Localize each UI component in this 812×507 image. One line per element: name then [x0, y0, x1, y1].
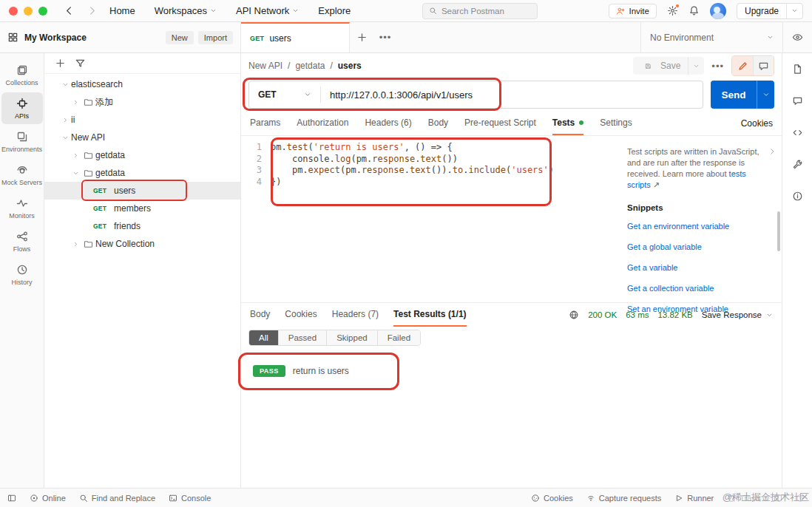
breadcrumb-getdata[interactable]: getdata: [295, 61, 325, 71]
cookies-link[interactable]: Cookies: [741, 118, 773, 129]
tree-item-ii[interactable]: ii: [44, 111, 240, 129]
save-button[interactable]: Save: [633, 57, 704, 75]
code-line[interactable]: 2 console.log(pm.response.text()): [241, 154, 623, 166]
url-input[interactable]: http://127.0.0.1:3006/api/v1/users: [321, 89, 481, 101]
request-tab-users[interactable]: GET users: [241, 22, 350, 52]
statusbar-help[interactable]: [796, 494, 805, 503]
tab-tests[interactable]: Tests: [552, 111, 583, 135]
avatar[interactable]: [710, 3, 726, 19]
import-button[interactable]: Import: [198, 31, 233, 44]
tree-request-friends[interactable]: GETfriends: [44, 217, 240, 235]
snippet-get-an-environment-variable[interactable]: Get an environment variable: [627, 221, 770, 232]
rail-item-collections[interactable]: Collections: [1, 59, 43, 91]
breadcrumb-new-api[interactable]: New API: [248, 61, 282, 71]
tab-options-more-icon[interactable]: •••: [373, 22, 397, 52]
tree-request-users[interactable]: GETusers: [44, 182, 240, 200]
tree-item-添加[interactable]: 添加: [44, 93, 240, 111]
statusbar-runner[interactable]: Runner: [674, 494, 714, 503]
tree-item-getdata[interactable]: getdata: [44, 164, 240, 182]
environment-selector[interactable]: No Environment: [641, 22, 782, 52]
network-globe-icon[interactable]: [569, 310, 579, 320]
save-chevron-down-icon[interactable]: [688, 63, 704, 69]
upgrade-chevron-down-icon[interactable]: [787, 7, 802, 14]
code-line[interactable]: 4}): [241, 177, 623, 188]
filter-failed[interactable]: Failed: [378, 330, 420, 345]
response-tab-body[interactable]: Body: [250, 303, 270, 327]
upgrade-button[interactable]: Upgrade: [737, 3, 803, 19]
rail-item-mock-servers[interactable]: Mock Servers: [1, 159, 43, 191]
forward-icon[interactable]: [87, 5, 98, 16]
statusbar-online[interactable]: Online: [30, 494, 66, 503]
statusbar-split-pane[interactable]: [774, 494, 782, 503]
new-tab-plus-icon[interactable]: [350, 22, 373, 52]
method-selector[interactable]: GET: [249, 89, 320, 100]
comments-icon[interactable]: [792, 95, 803, 106]
rail-item-monitors[interactable]: Monitors: [1, 192, 43, 224]
tab-pre-request-script[interactable]: Pre-request Script: [464, 111, 536, 135]
snippet-get-a-collection-variable[interactable]: Get a collection variable: [627, 283, 770, 294]
statusbar-sidebar-toggle[interactable]: [7, 494, 16, 503]
nav-item-api-network[interactable]: API Network: [236, 5, 299, 16]
nav-item-explore[interactable]: Explore: [318, 5, 351, 16]
pencil-edit-icon[interactable]: [732, 56, 753, 75]
nav-item-home[interactable]: Home: [109, 5, 135, 16]
code-editor[interactable]: 1pm.test('return is users', () => {2 con…: [241, 136, 623, 302]
add-plus-icon[interactable]: [55, 58, 66, 69]
filter-all[interactable]: All: [249, 330, 279, 345]
maximize-window-button[interactable]: [38, 7, 47, 16]
minimize-window-button[interactable]: [24, 7, 33, 16]
request-more-icon[interactable]: •••: [711, 61, 724, 72]
send-chevron-down-icon[interactable]: [757, 81, 774, 109]
code-line[interactable]: 3 pm.expect(pm.response.text()).to.inclu…: [241, 165, 623, 177]
snippet-get-a-global-variable[interactable]: Get a global variable: [627, 242, 770, 253]
tab-authorization[interactable]: Authorization: [297, 111, 348, 135]
new-button[interactable]: New: [166, 31, 194, 44]
response-tab-test-results-1-1[interactable]: Test Results (1/1): [393, 303, 466, 327]
tab-settings[interactable]: Settings: [600, 111, 632, 135]
filter-passed[interactable]: Passed: [279, 330, 327, 345]
tree-item-elasticsearch[interactable]: elasticsearch: [44, 75, 240, 93]
breadcrumb-users[interactable]: users: [338, 61, 362, 71]
collapse-panel-chevron-icon[interactable]: [768, 148, 776, 155]
code-line[interactable]: 1pm.test('return is users', () => {: [241, 142, 623, 154]
send-button[interactable]: Send: [711, 81, 774, 109]
back-icon[interactable]: [64, 5, 75, 16]
tree-item-new-collection[interactable]: New Collection: [44, 235, 240, 253]
tree-item-getdata[interactable]: getdata: [44, 146, 240, 164]
global-search-input[interactable]: Search Postman: [422, 3, 538, 19]
response-tab-cookies[interactable]: Cookies: [285, 303, 317, 327]
filter-icon[interactable]: [75, 58, 86, 69]
wrench-settings-icon[interactable]: [792, 159, 803, 170]
tab-body[interactable]: Body: [428, 111, 448, 135]
rail-item-history[interactable]: History: [1, 259, 43, 290]
settings-gear-icon[interactable]: [667, 5, 678, 16]
invite-button[interactable]: Invite: [609, 4, 657, 18]
rail-item-flows[interactable]: Flows: [1, 225, 43, 257]
tree-item-new-api[interactable]: New API: [44, 129, 240, 146]
code-snippet-icon[interactable]: [792, 127, 803, 138]
statusbar-capture-requests[interactable]: Capture requests: [586, 494, 661, 503]
scrollbar[interactable]: [777, 211, 780, 251]
close-window-button[interactable]: [9, 7, 18, 16]
documentation-icon[interactable]: [792, 64, 803, 75]
rail-item-apis[interactable]: APIs: [1, 92, 43, 124]
snippet-set-an-environment-variable[interactable]: Set an environment variable: [627, 304, 770, 315]
workspace-name[interactable]: My Workspace: [24, 33, 87, 43]
snippet-get-a-variable[interactable]: Get a variable: [627, 262, 770, 273]
line-number: 2: [241, 154, 271, 166]
notifications-bell-icon[interactable]: [688, 5, 700, 16]
tab-headers-6[interactable]: Headers (6): [365, 111, 411, 135]
statusbar-find-and-replace[interactable]: Find and Replace: [79, 494, 155, 503]
statusbar-trash[interactable]: Trash: [727, 494, 760, 503]
info-icon[interactable]: [792, 191, 803, 202]
filter-skipped[interactable]: Skipped: [327, 330, 378, 345]
statusbar-console[interactable]: Console: [169, 494, 211, 503]
rail-item-environments[interactable]: Environments: [1, 126, 43, 157]
response-tab-headers-7[interactable]: Headers (7): [332, 303, 379, 327]
tree-request-members[interactable]: GETmembers: [44, 200, 240, 217]
environment-quick-look-icon[interactable]: [782, 22, 812, 52]
statusbar-cookies[interactable]: Cookies: [531, 494, 573, 503]
tab-params[interactable]: Params: [250, 111, 280, 135]
comment-icon[interactable]: [753, 56, 774, 75]
nav-item-workspaces[interactable]: Workspaces: [155, 5, 217, 16]
